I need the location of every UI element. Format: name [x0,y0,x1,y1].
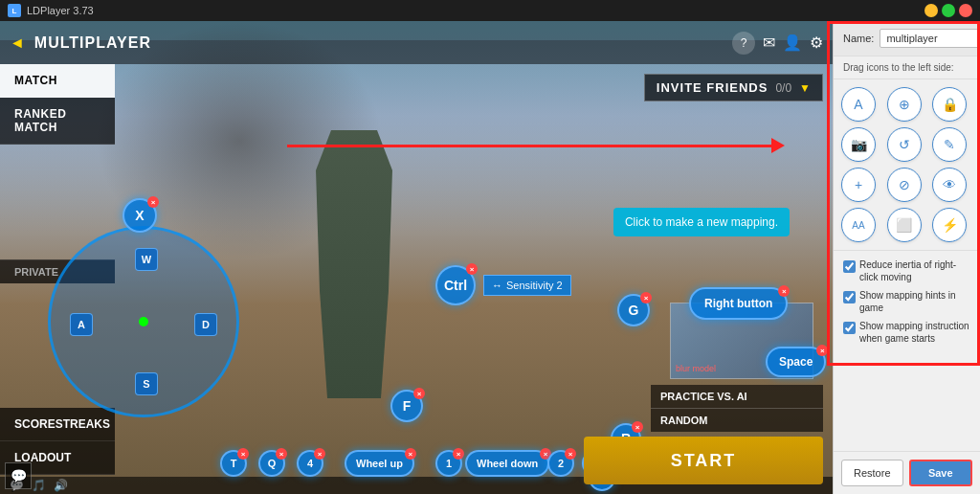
practice-sub: RANDOM [651,409,823,432]
wheel-down-badge[interactable]: Wheel down × [465,450,549,477]
game-area: ◄ MULTIPLAYER ? ✉ 👤 ⚙ INVITE FRIENDS 0/0… [0,21,833,494]
sensitivity-arrows: ↔ [492,280,502,291]
invite-chevron-icon: ▼ [799,81,811,95]
checkbox-label-1: Reduce inertia of right-click moving [859,258,970,283]
sidebar-item-ranked[interactable]: RANKED MATCH [0,98,115,145]
checkbox-label-3: Show mapping instruction when game start… [859,320,970,345]
wheel-up-close[interactable]: × [405,448,416,460]
key-x-close[interactable]: × [147,196,159,208]
panel-header: Name: ▼ [834,21,980,56]
arrow-head [771,138,785,153]
wasd-center-dot [139,317,148,326]
icons-grid: A ⊕ 🔒 📷 ↺ ✎ + ⊘ 👁 AA ⬜ ⚡ [834,79,980,250]
practice-title: PRACTICE VS. AI [651,385,823,408]
game-topbar: ◄ MULTIPLAYER ? ✉ 👤 ⚙ [0,21,833,64]
sidebar-item-match[interactable]: MATCH [0,64,115,98]
icon-display-btn[interactable]: ⬜ [887,208,922,242]
close-button[interactable] [959,4,972,17]
icon-a-btn[interactable]: A [841,87,876,122]
icon-pen-btn[interactable]: ✎ [932,127,967,162]
checkbox-instructions[interactable] [843,322,856,334]
icon-aa-btn[interactable]: AA [841,208,876,242]
key-r-close[interactable]: × [632,421,643,433]
maximize-button[interactable] [942,4,955,17]
save-button[interactable]: Save [909,460,973,486]
restore-button[interactable]: Restore [841,460,903,486]
wasd-movement-circle[interactable]: W A S D [48,226,239,417]
red-arrow [287,144,785,147]
help-icon[interactable]: ? [732,32,755,55]
game-title: MULTIPLAYER [34,34,151,52]
key-t-close[interactable]: × [237,448,249,460]
icon-bolt-btn[interactable]: ⚡ [932,208,967,242]
icon-eye-btn[interactable]: 👁 [932,168,967,202]
new-mapping-tooltip[interactable]: Click to make a new mapping. [613,208,790,236]
start-text: START [671,451,737,471]
checkbox-right-click[interactable] [843,260,856,273]
key-q-close[interactable]: × [276,448,287,460]
checkbox-row-3: Show mapping instruction when game start… [843,320,970,345]
icon-refresh-btn[interactable]: ↺ [887,127,922,162]
key-1-close[interactable]: × [453,448,464,460]
back-arrow-icon: ◄ [10,34,25,52]
wheel-up-badge[interactable]: Wheel up × [345,450,414,477]
topbar-right: ? ✉ 👤 ⚙ [732,32,823,55]
key-t-badge[interactable]: T × [220,450,247,477]
panel-checkboxes: Reduce inertia of right-click moving Sho… [834,250,980,451]
icon-ban-btn[interactable]: ⊘ [887,168,922,202]
invite-friends-bar[interactable]: INVITE FRIENDS 0/0 ▼ [644,74,823,101]
bottombar-volume-icon[interactable]: 🔊 [54,479,68,492]
title-bar-controls [924,4,972,17]
practice-section: PRACTICE VS. AI RANDOM [651,385,823,432]
bottombar-mic-icon[interactable]: 🎵 [32,479,46,492]
drag-hint: Drag icons to the left side: [834,56,980,79]
sensitivity-label[interactable]: ↔ Sensitivity 2 [483,275,571,296]
key-x-badge[interactable]: X × [122,198,157,233]
key-space-badge[interactable]: Space × [766,347,826,377]
key-d[interactable]: D [194,313,217,336]
key-ctrl-badge[interactable]: Ctrl × [435,265,476,305]
settings-icon[interactable]: ⚙ [810,34,823,52]
key-ctrl-close[interactable]: × [466,263,478,275]
right-button-close[interactable]: × [778,285,790,297]
key-a[interactable]: A [70,313,93,336]
name-label: Name: [843,33,874,44]
arrow-line [287,145,771,147]
sidebar-item-scorestreaks[interactable]: SCORESTREAKS [0,408,115,441]
soldier-character [297,130,431,417]
right-button-badge[interactable]: Right button × [689,287,788,320]
key-q-badge[interactable]: Q × [258,450,285,477]
chat-icon[interactable]: 💬 [5,462,32,489]
key-g-close[interactable]: × [640,292,652,303]
title-bar-left: L LDPlayer 3.73 [8,4,94,17]
blur-model-text: blur model [676,364,716,373]
key-1-badge[interactable]: 1 × [435,450,462,477]
key-f-badge[interactable]: F × [390,390,423,422]
key-4-close[interactable]: × [314,448,325,460]
key-2-close[interactable]: × [565,448,576,460]
minimize-button[interactable] [924,4,938,17]
mail-icon[interactable]: ✉ [763,34,775,52]
profile-icon[interactable]: 👤 [783,34,802,52]
right-panel: Name: ▼ Drag icons to the left side: A ⊕… [833,21,980,494]
name-input[interactable] [880,29,980,48]
key-s[interactable]: S [135,372,158,395]
app-logo: L [8,4,21,17]
left-sidebar: MATCH RANKED MATCH [0,64,115,145]
icon-crosshair-btn[interactable]: ⊕ [887,87,922,122]
panel-buttons: Restore Save [834,451,980,494]
title-bar: L LDPlayer 3.73 [0,0,980,21]
icon-camera-btn[interactable]: 📷 [841,127,876,162]
key-g-badge[interactable]: G × [617,294,650,326]
back-button[interactable]: ◄ MULTIPLAYER [10,34,151,52]
key-f-close[interactable]: × [413,388,425,399]
invite-text: INVITE FRIENDS [657,80,768,95]
icon-plus-btn[interactable]: + [841,168,876,202]
key-w[interactable]: W [135,248,158,271]
checkbox-hints[interactable] [843,291,856,303]
key-4-badge[interactable]: 4 × [297,450,323,477]
start-button[interactable]: START [584,437,823,484]
checkbox-row-2: Show mapping hints in game [843,289,970,314]
key-2-badge[interactable]: 2 × [547,450,574,477]
icon-lock-btn[interactable]: 🔒 [932,87,967,122]
